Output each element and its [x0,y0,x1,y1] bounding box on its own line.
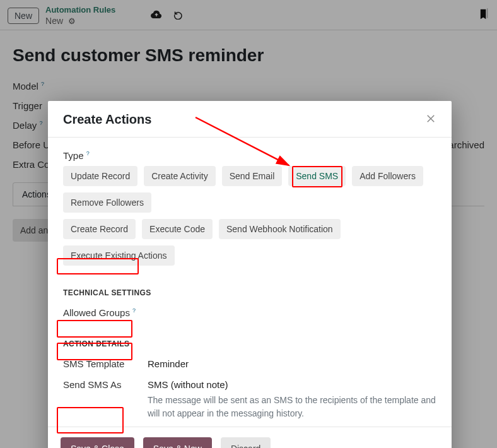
label-sms-template: SMS Template [63,358,139,369]
sms-template-field[interactable]: Reminder [148,358,436,369]
type-create-activity[interactable]: Create Activity [144,166,215,186]
type-send-webhook[interactable]: Send Webhook Notification [219,219,341,239]
label-send-sms-as: Send SMS As [63,379,139,390]
create-actions-modal: Create Actions Type ? Update Record Crea… [48,101,452,448]
type-add-followers[interactable]: Add Followers [352,166,423,186]
label-type: Type ? [63,150,90,161]
type-options: Update Record Create Activity Send Email… [63,166,436,266]
type-send-sms[interactable]: Send SMS [288,166,346,186]
type-execute-code[interactable]: Execute Code [142,219,213,239]
save-close-button[interactable]: Save & Close [61,437,134,448]
type-execute-existing[interactable]: Execute Existing Actions [63,245,175,266]
discard-button[interactable]: Discard [221,437,271,448]
section-action-details: ACTION DETAILS [63,339,436,348]
send-sms-as-field[interactable]: SMS (without note) [148,379,436,390]
label-allowed-groups: Allowed Groups ? [63,307,136,318]
type-update-record[interactable]: Update Record [63,166,137,186]
modal-title: Create Actions [63,112,151,127]
save-new-button[interactable]: Save & New [143,437,212,448]
type-create-record[interactable]: Create Record [63,219,136,239]
help-icon[interactable]: ? [132,307,136,314]
help-icon[interactable]: ? [86,150,90,156]
section-technical-settings: TECHNICAL SETTINGS [63,288,436,297]
type-send-email[interactable]: Send Email [222,166,283,186]
type-remove-followers[interactable]: Remove Followers [63,192,151,213]
close-icon[interactable] [425,113,436,126]
send-sms-as-hint: The message will be sent as an SMS to th… [148,394,436,420]
